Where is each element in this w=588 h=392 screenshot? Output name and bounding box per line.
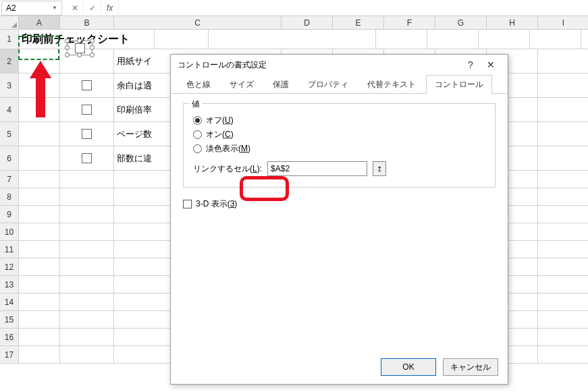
cell-A10[interactable]	[19, 223, 60, 241]
row-header-10[interactable]: 10	[0, 223, 19, 241]
cell-B10[interactable]	[60, 223, 114, 241]
column-header-A[interactable]: A	[19, 16, 60, 30]
cell-B6[interactable]	[60, 146, 114, 171]
cell-G1[interactable]	[530, 30, 581, 49]
cell-A5[interactable]	[19, 122, 60, 146]
row-header-15[interactable]: 15	[0, 311, 19, 329]
cell-H1[interactable]	[581, 30, 588, 49]
cell-B3[interactable]	[60, 74, 114, 98]
cell-A16[interactable]	[19, 329, 60, 346]
column-header-C[interactable]: C	[114, 16, 282, 30]
cell-I12[interactable]	[538, 258, 588, 276]
cell-B11[interactable]	[60, 241, 114, 258]
tab-2[interactable]: 保護	[264, 75, 298, 94]
cell-I14[interactable]	[538, 293, 588, 311]
checkbox-icon[interactable]	[82, 129, 92, 139]
row-header-16[interactable]: 16	[0, 329, 19, 346]
close-button[interactable]: ✕	[481, 57, 501, 73]
cell-B12[interactable]	[60, 258, 114, 276]
cell-I8[interactable]	[538, 188, 588, 206]
checkbox-icon[interactable]	[82, 80, 92, 90]
confirm-edit-icon[interactable]: ✓	[84, 1, 101, 16]
select-all-corner[interactable]	[0, 16, 19, 30]
cell-C1[interactable]	[209, 30, 376, 49]
name-box[interactable]: A2 ▼	[1, 1, 62, 16]
tab-1[interactable]: サイズ	[221, 75, 263, 94]
help-button[interactable]: ?	[460, 57, 481, 73]
cell-I10[interactable]	[538, 223, 588, 241]
row-header-13[interactable]: 13	[0, 276, 19, 293]
cell-I5[interactable]	[538, 122, 588, 146]
row-header-3[interactable]: 3	[0, 74, 19, 98]
cell-D1[interactable]	[376, 30, 427, 49]
cell-B17[interactable]	[60, 346, 114, 364]
column-header-D[interactable]: D	[282, 16, 333, 30]
row-header-12[interactable]: 12	[0, 258, 19, 276]
row-header-4[interactable]: 4	[0, 98, 19, 122]
cancel-button[interactable]: キャンセル	[443, 358, 498, 376]
tab-3[interactable]: プロパティ	[299, 75, 357, 94]
column-header-H[interactable]: H	[487, 16, 538, 30]
cell-F1[interactable]	[479, 30, 530, 49]
range-picker-button[interactable]: ↥	[373, 161, 386, 176]
cell-A11[interactable]	[19, 241, 60, 258]
cell-I13[interactable]	[538, 276, 588, 293]
cell-I11[interactable]	[538, 241, 588, 258]
tab-0[interactable]: 色と線	[178, 75, 219, 94]
formula-input[interactable]	[119, 1, 588, 16]
cell-A6[interactable]	[19, 146, 60, 171]
cell-B7[interactable]	[60, 171, 114, 188]
cell-I17[interactable]	[538, 346, 588, 364]
row-header-6[interactable]: 6	[0, 146, 19, 171]
cell-B1[interactable]	[155, 30, 209, 49]
linked-cell-input[interactable]: $A$2	[267, 161, 367, 176]
cell-B4[interactable]	[60, 98, 114, 122]
cell-B14[interactable]	[60, 293, 114, 311]
dialog-titlebar[interactable]: コントロールの書式設定 ? ✕	[171, 55, 508, 75]
column-header-I[interactable]: I	[538, 16, 588, 30]
three-d-checkbox[interactable]: 3-D 表示(3)	[183, 198, 496, 210]
cell-B8[interactable]	[60, 188, 114, 206]
tab-4[interactable]: 代替テキスト	[358, 75, 425, 94]
row-header-11[interactable]: 11	[0, 241, 19, 258]
cell-A9[interactable]	[19, 206, 60, 223]
cell-B16[interactable]	[60, 329, 114, 346]
checkbox-icon[interactable]	[82, 153, 92, 163]
column-header-B[interactable]: B	[60, 16, 114, 30]
cell-A17[interactable]	[19, 346, 60, 364]
radio-on[interactable]: オン(C)	[193, 129, 485, 140]
checkbox-icon[interactable]	[82, 105, 92, 115]
cell-B13[interactable]	[60, 276, 114, 293]
radio-off[interactable]: オフ(U)	[193, 115, 485, 126]
cell-A14[interactable]	[19, 293, 60, 311]
row-header-9[interactable]: 9	[0, 206, 19, 223]
row-header-17[interactable]: 17	[0, 346, 19, 364]
tab-5[interactable]: コントロール	[426, 75, 492, 94]
cell-I16[interactable]	[538, 329, 588, 346]
cell-I3[interactable]	[538, 74, 588, 98]
cell-B15[interactable]	[60, 311, 114, 329]
cell-A13[interactable]	[19, 276, 60, 293]
column-header-E[interactable]: E	[333, 16, 384, 30]
cell-A15[interactable]	[19, 311, 60, 329]
column-header-F[interactable]: F	[384, 16, 435, 30]
radio-mixed[interactable]: 淡色表示(M)	[193, 143, 485, 155]
row-header-8[interactable]: 8	[0, 188, 19, 206]
cell-I9[interactable]	[538, 206, 588, 223]
cell-A12[interactable]	[19, 258, 60, 276]
fx-icon[interactable]: fx	[101, 1, 119, 16]
cell-A7[interactable]	[19, 171, 60, 188]
row-header-2[interactable]: 2	[0, 49, 19, 74]
cell-B9[interactable]	[60, 206, 114, 223]
cell-I4[interactable]	[538, 98, 588, 122]
cell-E1[interactable]	[427, 30, 479, 49]
row-header-7[interactable]: 7	[0, 171, 19, 188]
cell-I15[interactable]	[538, 311, 588, 329]
ok-button[interactable]: OK	[381, 358, 436, 376]
row-header-14[interactable]: 14	[0, 293, 19, 311]
cell-A8[interactable]	[19, 188, 60, 206]
column-header-G[interactable]: G	[435, 16, 487, 30]
cell-I6[interactable]	[538, 146, 588, 171]
cell-I7[interactable]	[538, 171, 588, 188]
form-checkbox-object-selected[interactable]	[67, 40, 92, 55]
